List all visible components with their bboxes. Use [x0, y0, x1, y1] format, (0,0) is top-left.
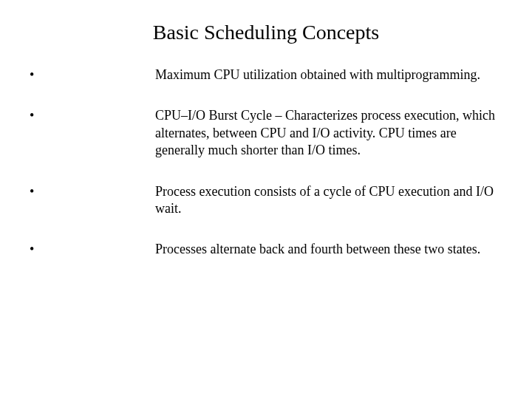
- list-item: • Processes alternate back and fourth be…: [30, 241, 502, 258]
- bullet-marker: •: [30, 241, 155, 258]
- bullet-list: • Maximum CPU utilization obtained with …: [30, 66, 502, 259]
- list-item: • Maximum CPU utilization obtained with …: [30, 66, 502, 83]
- slide-title: Basic Scheduling Concepts: [30, 21, 502, 44]
- slide: Basic Scheduling Concepts • Maximum CPU …: [0, 0, 532, 399]
- list-item: • Process execution consists of a cycle …: [30, 183, 502, 218]
- list-item: • CPU–I/O Burst Cycle – Characterizes pr…: [30, 107, 502, 159]
- bullet-marker: •: [30, 66, 155, 83]
- bullet-text: Maximum CPU utilization obtained with mu…: [155, 66, 502, 83]
- bullet-text: Process execution consists of a cycle of…: [155, 183, 502, 218]
- bullet-marker: •: [30, 183, 155, 200]
- bullet-text: Processes alternate back and fourth betw…: [155, 241, 502, 258]
- bullet-text: CPU–I/O Burst Cycle – Characterizes proc…: [155, 107, 502, 159]
- bullet-marker: •: [30, 107, 155, 124]
